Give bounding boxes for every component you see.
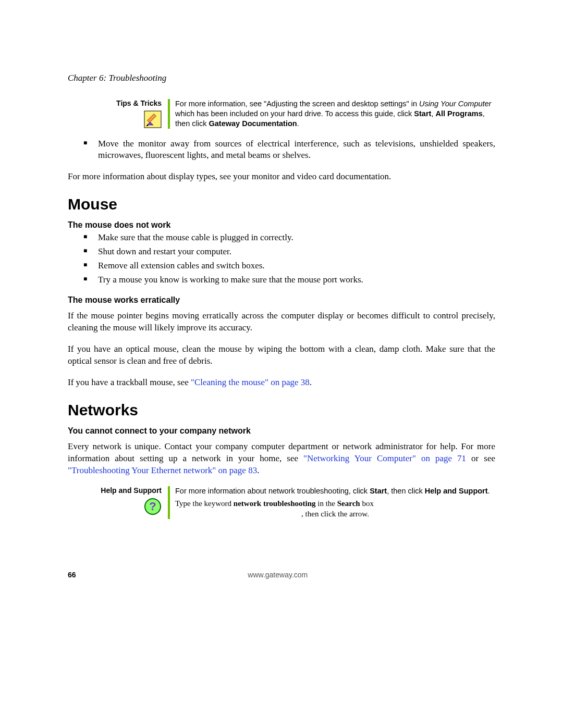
mouse-erratic-subhead: The mouse works erratically: [68, 295, 495, 305]
mouse-erratic-para3: If you have a trackball mouse, see "Clea…: [68, 377, 495, 389]
display-info-paragraph: For more information about display types…: [68, 171, 495, 183]
networks-subhead: You cannot connect to your company netwo…: [68, 426, 495, 436]
list-item: Remove all extension cables and switch b…: [83, 260, 495, 272]
networks-heading: Networks: [68, 401, 495, 419]
page-footer: 66 www.gateway.com: [68, 571, 495, 579]
networking-computer-link[interactable]: "Networking Your Computer" on page 71: [303, 453, 466, 463]
mouse-erratic-para1: If the mouse pointer begins moving errat…: [68, 310, 495, 334]
list-item: Move the monitor away from sources of el…: [83, 138, 495, 162]
tips-tricks-label: Tips & Tricks: [99, 99, 162, 107]
monitor-tips-list: Move the monitor away from sources of el…: [68, 138, 495, 162]
list-item: Make sure that the mouse cable is plugge…: [83, 232, 495, 244]
list-item: Try a mouse you know is working to make …: [83, 274, 495, 286]
list-item: Shut down and restart your computer.: [83, 246, 495, 258]
networks-paragraph: Every network is unique. Contact your co…: [68, 441, 495, 477]
help-support-body: For more information about network troub…: [170, 486, 495, 520]
troubleshoot-ethernet-link[interactable]: "Troubleshooting Your Ethernet network" …: [68, 465, 257, 475]
chapter-header: Chapter 6: Troubleshooting: [68, 73, 495, 83]
mouse-not-work-subhead: The mouse does not work: [68, 220, 495, 230]
svg-text:?: ?: [149, 500, 156, 513]
mouse-heading: Mouse: [68, 195, 495, 213]
mouse-not-work-list: Make sure that the mouse cable is plugge…: [68, 232, 495, 286]
mouse-erratic-para2: If you have an optical mouse, clean the …: [68, 343, 495, 367]
cleaning-mouse-link[interactable]: "Cleaning the mouse" on page 38: [191, 377, 310, 387]
tips-tricks-callout: Tips & Tricks For more information, see …: [99, 99, 495, 129]
help-support-callout: Help and Support ? For more information …: [99, 486, 495, 520]
pencil-note-icon: [99, 110, 162, 128]
tips-tricks-body: For more information, see "Adjusting the…: [170, 99, 495, 129]
footer-url: www.gateway.com: [76, 571, 480, 579]
page-number: 66: [68, 571, 76, 579]
help-support-label: Help and Support: [99, 486, 162, 495]
question-help-icon: ?: [99, 498, 162, 515]
